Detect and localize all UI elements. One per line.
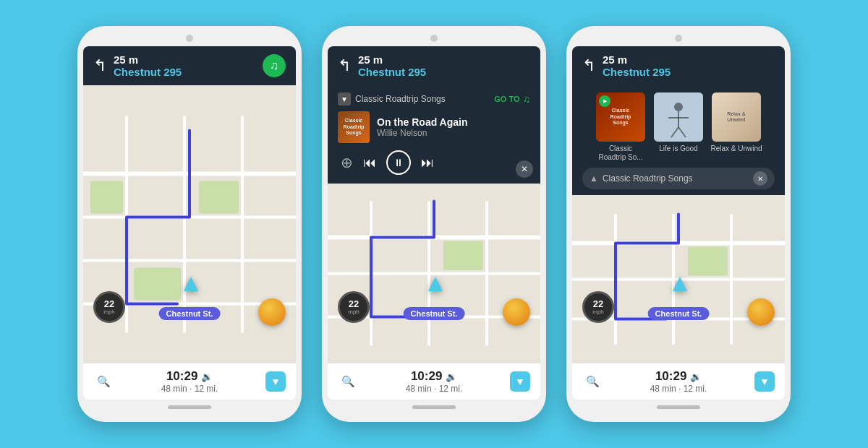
spotify-green-icon: ♫ <box>523 93 531 105</box>
speed-unit: mph <box>348 309 359 315</box>
close-button[interactable]: ✕ <box>516 160 533 178</box>
playlist-close-button[interactable]: ✕ <box>753 171 767 186</box>
playlist-album-classic[interactable]: ClassicRoadtripSongs Classic Roadtrip So… <box>595 92 647 162</box>
nav-info: 25 m Chestnut 295 <box>358 53 426 78</box>
location-label: Chestnut St. <box>648 307 710 320</box>
playlist-row: ▼ Classic Roadtrip Songs GO TO ♫ <box>338 92 530 105</box>
map-area-1: 22 mph Chestnut St. <box>83 85 296 363</box>
trip-duration: 48 min · 12 mi. <box>361 384 507 394</box>
speed-badge: 22 mph <box>93 291 125 323</box>
bottom-bar-1: 🔍 10:29 🔉 48 min · 12 mi. ▼ <box>83 363 296 400</box>
current-time: 10:29 🔉 <box>361 369 507 384</box>
add-button[interactable]: ⊕ <box>341 154 353 171</box>
orange-button[interactable] <box>258 298 286 326</box>
home-bar[interactable] <box>168 405 211 409</box>
bottom-bar-3: 🔍 10:29 🔉 48 min · 12 mi. ▼ <box>572 363 785 400</box>
search-icon[interactable]: 🔍 <box>93 371 114 392</box>
album-art-life <box>654 92 703 142</box>
home-bar[interactable] <box>412 405 456 409</box>
orange-button[interactable] <box>747 298 775 326</box>
camera-dot <box>430 35 438 42</box>
album-text: ClassicRoadtripSongs <box>338 111 370 143</box>
nav-street: Chestnut 295 <box>603 66 671 78</box>
nav-distance: 25 m <box>358 53 426 66</box>
nav-info: 25 m Chestnut 295 <box>603 53 671 78</box>
playlist-name: Classic Roadtrip Songs <box>355 94 446 104</box>
turn-arrow-icon: ↰ <box>338 56 351 75</box>
svg-rect-18 <box>443 241 483 270</box>
music-controls: ⊕ ⏮ ⏸ ⏭ <box>338 150 530 175</box>
camera-dot <box>675 35 682 42</box>
time-info: 10:29 🔉 48 min · 12 mi. <box>361 369 507 394</box>
nav-street: Chestnut 295 <box>114 66 182 78</box>
home-bar[interactable] <box>657 405 700 409</box>
orange-button[interactable] <box>503 298 530 326</box>
trip-duration: 48 min · 12 mi. <box>605 384 752 394</box>
album-label-classic: Classic Roadtrip So... <box>595 145 647 162</box>
chevron-down-button[interactable]: ▼ <box>510 371 530 392</box>
nav-cursor <box>184 277 198 291</box>
svg-rect-8 <box>199 181 239 214</box>
next-button[interactable]: ⏭ <box>421 155 434 171</box>
nav-street: Chestnut 295 <box>358 66 426 78</box>
goto-button[interactable]: GO TO ♫ <box>494 93 530 105</box>
speed-number: 22 <box>593 299 603 309</box>
speed-unit: mph <box>103 309 115 315</box>
nav-info: 25 m Chestnut 295 <box>114 53 182 78</box>
volume-icon: 🔉 <box>201 371 213 382</box>
search-icon[interactable]: 🔍 <box>338 371 358 392</box>
camera-dot <box>186 35 193 42</box>
turn-arrow-icon: ↰ <box>582 56 595 75</box>
map-area-3: 22 mph Chestnut St. <box>572 195 785 363</box>
location-label: Chestnut St. <box>404 307 465 320</box>
playlist-album-relax[interactable]: Relax &Unwind Relax & Unwind <box>710 92 762 162</box>
bottom-bar-2: 🔍 10:29 🔉 48 min · 12 mi. ▼ <box>328 363 540 400</box>
playlist-bottom-text: Classic Roadtrip Songs <box>603 173 749 184</box>
music-overlay: ▼ Classic Roadtrip Songs GO TO ♫ Classic… <box>328 85 540 184</box>
album-text: ClassicRoadtripSongs <box>596 92 645 142</box>
speed-unit: mph <box>592 309 604 315</box>
nav-distance: 25 m <box>114 53 182 66</box>
playlist-bottom-icon: ▲ <box>590 173 598 184</box>
prev-button[interactable]: ⏮ <box>363 155 376 171</box>
nav-header-2: ↰ 25 m Chestnut 295 <box>328 46 540 85</box>
track-info: On the Road Again Willie Nelson <box>377 116 530 138</box>
track-artist: Willie Nelson <box>377 128 530 138</box>
svg-point-20 <box>674 103 683 111</box>
phone-1: ↰ 25 m Chestnut 295 ♫ <box>77 26 302 422</box>
album-art: ClassicRoadtripSongs <box>338 111 370 143</box>
svg-rect-9 <box>90 181 123 214</box>
album-art-classic: ClassicRoadtripSongs <box>338 111 370 143</box>
search-icon[interactable]: 🔍 <box>582 371 603 392</box>
phone-screen-3: ↰ 25 m Chestnut 295 ClassicRoadtripSongs… <box>572 46 785 400</box>
current-time: 10:29 🔉 <box>116 369 263 384</box>
album-label-relax: Relax & Unwind <box>710 145 762 153</box>
speed-badge: 22 mph <box>582 291 614 323</box>
playlist-left: ▼ Classic Roadtrip Songs <box>338 92 446 105</box>
playlist-icon: ▼ <box>338 92 351 105</box>
track-row: ClassicRoadtripSongs On the Road Again W… <box>338 111 530 143</box>
nav-header-3: ↰ 25 m Chestnut 295 <box>572 46 785 85</box>
playlist-bottom-bar: ▲ Classic Roadtrip Songs ✕ <box>582 168 775 189</box>
life-art-svg <box>654 92 703 142</box>
nav-distance: 25 m <box>603 53 671 66</box>
speed-number: 22 <box>104 299 114 309</box>
chevron-down-button[interactable]: ▼ <box>265 371 286 392</box>
location-label: Chestnut St. <box>159 307 221 320</box>
album-label-life: Life is Good <box>659 145 697 153</box>
spotify-icon: ♫ <box>270 59 278 72</box>
speed-number: 22 <box>349 299 359 309</box>
playlist-selector: ClassicRoadtripSongs Classic Roadtrip So… <box>572 85 785 195</box>
phone-screen-2: ↰ 25 m Chestnut 295 ▼ Classic Roadtrip S… <box>328 46 540 400</box>
spotify-button[interactable]: ♫ <box>263 54 286 77</box>
svg-rect-32 <box>688 247 728 276</box>
chevron-down-button[interactable]: ▼ <box>754 371 775 392</box>
album-art-relax: Relax &Unwind <box>712 92 761 142</box>
nav-cursor <box>428 277 443 291</box>
track-title: On the Road Again <box>377 116 530 128</box>
current-time: 10:29 🔉 <box>605 369 752 384</box>
turn-arrow-icon: ↰ <box>93 56 106 75</box>
playlist-album-life[interactable]: Life is Good <box>652 92 705 162</box>
svg-rect-10 <box>134 268 181 301</box>
play-pause-button[interactable]: ⏸ <box>386 150 411 175</box>
